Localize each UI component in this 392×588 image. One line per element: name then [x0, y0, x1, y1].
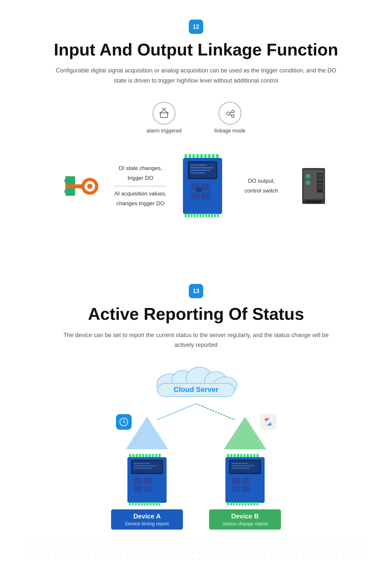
svg-rect-30 — [190, 170, 210, 171]
device-diagram: DI state changes, trigger DO AI acquisit… — [26, 153, 366, 219]
svg-rect-137 — [251, 502, 253, 505]
svg-rect-127 — [232, 486, 240, 492]
svg-rect-87 — [134, 468, 152, 469]
svg-rect-138 — [253, 502, 255, 505]
svg-rect-96 — [141, 502, 143, 505]
svg-rect-41 — [196, 213, 198, 217]
left-device-image — [62, 166, 101, 206]
svg-point-5 — [232, 110, 234, 113]
svg-text:Cloud Server: Cloud Server — [174, 385, 219, 394]
svg-rect-24 — [216, 154, 219, 159]
icon-linkage-mode: linkage mode — [214, 102, 245, 134]
svg-rect-0 — [160, 113, 168, 117]
svg-rect-134 — [242, 502, 244, 505]
svg-rect-88 — [134, 478, 142, 484]
svg-line-8 — [230, 114, 232, 116]
green-arrow-up — [224, 417, 266, 449]
svg-rect-101 — [155, 502, 157, 505]
dot-pattern — [26, 536, 366, 562]
svg-rect-31 — [190, 172, 205, 174]
device-b-desc: Status change report — [214, 521, 276, 526]
svg-rect-95 — [138, 502, 140, 505]
svg-rect-45 — [208, 213, 210, 217]
svg-rect-16 — [185, 154, 187, 159]
svg-rect-15 — [64, 190, 68, 193]
svg-rect-58 — [305, 200, 322, 203]
device-right-labels: DO output, control switch — [232, 176, 291, 196]
svg-rect-21 — [204, 154, 207, 159]
section-divider — [0, 245, 392, 264]
svg-rect-28 — [190, 164, 207, 166]
alarm-triggered-icon — [158, 107, 170, 119]
transfer-badge — [260, 414, 276, 430]
svg-line-3 — [162, 108, 163, 110]
right-device-image — [297, 166, 330, 206]
svg-rect-124 — [232, 468, 250, 469]
svg-rect-132 — [236, 502, 238, 505]
svg-rect-36 — [196, 187, 202, 192]
svg-rect-123 — [232, 465, 254, 466]
section-badge-12: 12 — [189, 20, 203, 34]
svg-rect-93 — [132, 502, 134, 505]
device-b-label-box: Device B Status change report — [209, 509, 281, 530]
svg-rect-100 — [153, 502, 155, 505]
svg-rect-33 — [202, 183, 210, 191]
section-title-13: Active Reporting Of Status — [26, 305, 366, 323]
svg-rect-43 — [202, 213, 204, 217]
svg-marker-71 — [126, 417, 168, 449]
device-a-name: Device A — [116, 513, 178, 520]
ground-dots-area — [26, 536, 366, 562]
svg-rect-22 — [208, 154, 211, 159]
svg-rect-139 — [256, 502, 258, 505]
alarm-triggered-label: alarm triggered — [147, 128, 182, 134]
svg-rect-99 — [150, 502, 152, 505]
svg-rect-133 — [239, 502, 241, 505]
svg-point-52 — [306, 180, 310, 185]
devices-row: Device A Device timing report — [108, 417, 284, 530]
svg-line-70 — [124, 422, 125, 423]
svg-rect-44 — [205, 213, 207, 217]
device-b-pcb-icon — [224, 453, 266, 505]
cloud-server-shape: Cloud Server — [150, 366, 242, 399]
svg-point-51 — [306, 174, 310, 178]
svg-rect-125 — [232, 478, 240, 484]
svg-rect-19 — [196, 154, 199, 159]
center-device-image — [180, 153, 225, 219]
svg-line-2 — [165, 108, 166, 110]
svg-rect-37 — [185, 213, 187, 217]
svg-rect-90 — [134, 486, 142, 492]
svg-rect-34 — [191, 193, 200, 200]
clock-badge — [116, 414, 132, 430]
svg-rect-54 — [318, 174, 322, 177]
transfer-icon — [264, 417, 273, 426]
svg-rect-91 — [144, 486, 152, 492]
svg-rect-29 — [190, 167, 213, 168]
linkage-mode-icon — [224, 107, 236, 119]
section-subtitle-12: Configurable digital signal acquisition … — [56, 66, 336, 85]
svg-rect-97 — [144, 502, 146, 505]
svg-point-4 — [227, 112, 230, 115]
svg-rect-46 — [211, 213, 213, 217]
svg-rect-55 — [318, 178, 322, 181]
svg-rect-136 — [248, 502, 250, 505]
svg-rect-94 — [135, 502, 137, 505]
svg-rect-48 — [217, 213, 219, 217]
svg-rect-102 — [158, 502, 160, 505]
svg-rect-89 — [144, 478, 152, 484]
device-a-block: Device A Device timing report — [108, 417, 186, 530]
device-a-label-box: Device A Device timing report — [111, 509, 183, 530]
svg-rect-129 — [227, 502, 229, 505]
icons-row: alarm triggered linkage mode — [26, 102, 366, 134]
device-b-name: Device B — [214, 513, 276, 520]
device-a-desc: Device timing report — [116, 521, 178, 526]
pcb-device-icon — [181, 153, 224, 219]
svg-rect-14 — [64, 179, 68, 182]
svg-rect-39 — [190, 213, 192, 217]
section-12: 12 Input And Output Linkage Function Con… — [0, 0, 392, 245]
svg-point-13 — [87, 184, 92, 189]
device-left-labels: DI state changes, trigger DO AI acquisit… — [108, 163, 173, 209]
svg-rect-128 — [242, 486, 250, 492]
svg-rect-57 — [318, 186, 322, 189]
svg-rect-98 — [147, 502, 149, 505]
section-title-12: Input And Output Linkage Function — [26, 40, 366, 59]
